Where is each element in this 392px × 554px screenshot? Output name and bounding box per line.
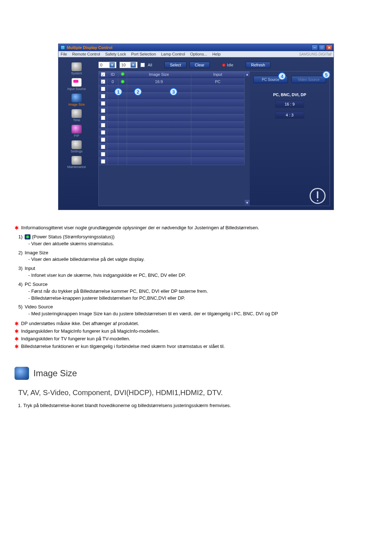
minimize-button[interactable]: ─ bbox=[311, 45, 318, 50]
row-checkbox[interactable] bbox=[101, 87, 105, 91]
section-step-1: Tryk på billedstørrelse-ikonet blandt ho… bbox=[23, 403, 377, 408]
maximize-button[interactable]: □ bbox=[319, 45, 325, 50]
range-to-value: 10 bbox=[121, 63, 126, 67]
list-number: 3) bbox=[15, 265, 23, 279]
sidebar-item-maintenance[interactable]: Maintenance bbox=[67, 165, 86, 169]
system-icon[interactable] bbox=[72, 62, 82, 71]
list-number: 5) bbox=[15, 304, 23, 317]
section-heading: Image Size bbox=[15, 367, 377, 380]
power-on-icon bbox=[121, 80, 124, 83]
range-to-select[interactable]: 10▼ bbox=[119, 62, 138, 68]
star-icon: ✱ bbox=[15, 328, 19, 335]
sidebar-item-system[interactable]: System bbox=[71, 71, 82, 75]
all-checkbox[interactable] bbox=[140, 63, 145, 67]
menu-lamp-control[interactable]: Lamp Control bbox=[161, 52, 185, 56]
section-ol: Tryk på billedstørrelse-ikonet blandt ho… bbox=[15, 403, 377, 408]
item5-sub: - Med justeringknappen Image Size kan du… bbox=[28, 311, 377, 317]
row-checkbox[interactable] bbox=[101, 94, 105, 98]
callout-3: 3 bbox=[170, 88, 177, 96]
row-checkbox[interactable] bbox=[101, 108, 105, 113]
row-checkbox[interactable] bbox=[101, 116, 105, 120]
row-checkbox[interactable] bbox=[101, 145, 105, 149]
sidebar-item-time[interactable]: Time bbox=[73, 118, 80, 122]
sidebar-item-input-source[interactable]: Input Source bbox=[67, 87, 86, 91]
power-status-icon bbox=[25, 234, 30, 239]
menu-help[interactable]: Help bbox=[212, 52, 221, 56]
table-row[interactable]: 0 16:9 PC bbox=[99, 78, 245, 85]
clear-button[interactable]: Clear bbox=[189, 62, 210, 68]
intro-line: IInformationsgitteret viser nogle grundl… bbox=[21, 225, 259, 231]
workarea: System Input Source Image Size Time PIP … bbox=[58, 57, 334, 210]
scrollbar[interactable]: ▲ ▼ bbox=[245, 71, 250, 206]
row-checkbox[interactable] bbox=[101, 123, 105, 127]
row-checkbox[interactable] bbox=[101, 79, 105, 84]
item1-sub: - Viser den aktuelle skærms strømstatus. bbox=[28, 241, 377, 247]
sidebar-item-image-size[interactable]: Image Size bbox=[68, 103, 85, 106]
ratio-16-9-button[interactable]: 16 : 9 bbox=[275, 100, 304, 108]
header-id: ID bbox=[107, 71, 118, 78]
range-from-select[interactable]: 0▼ bbox=[98, 62, 117, 68]
item2-sub: - Viser den aktuelle billedstørrelse på … bbox=[28, 256, 377, 263]
refresh-button[interactable]: Refresh bbox=[246, 62, 271, 68]
list-number: 1) bbox=[15, 234, 23, 247]
list-number: 2) bbox=[15, 250, 23, 263]
idle-light-icon bbox=[222, 63, 225, 67]
chevron-down-icon: ▼ bbox=[131, 62, 136, 67]
callout-2: 2 bbox=[134, 88, 142, 96]
item3-sub: - Infonet viser kun de skærme, hvis indg… bbox=[28, 272, 377, 279]
chevron-down-icon: ▼ bbox=[110, 62, 115, 67]
titlebar: Multiple Display Control ─ □ ✕ bbox=[58, 44, 334, 51]
item3-title: Input bbox=[25, 266, 35, 271]
section-subheading: TV, AV, S-Video, Component, DVI(HDCP), H… bbox=[18, 389, 377, 397]
scroll-down-icon[interactable]: ▼ bbox=[245, 200, 250, 206]
settings-icon[interactable] bbox=[72, 140, 82, 149]
menu-remote-control[interactable]: Remote Control bbox=[72, 52, 100, 56]
table-row bbox=[99, 100, 245, 107]
star-icon: ✱ bbox=[15, 336, 19, 342]
menu-safety-lock[interactable]: Safety Lock bbox=[105, 52, 126, 56]
table-row bbox=[99, 122, 245, 129]
star-icon: ✱ bbox=[15, 225, 19, 231]
item1-title: (Power Status (Strømforsyningsstatus)) bbox=[32, 234, 115, 239]
table-row bbox=[99, 151, 245, 158]
scroll-up-icon[interactable]: ▲ bbox=[245, 71, 250, 77]
maintenance-icon[interactable] bbox=[72, 156, 82, 165]
row-checkbox[interactable] bbox=[101, 101, 105, 106]
image-size-icon[interactable] bbox=[72, 94, 82, 102]
note-tv: Indgangskilden for TV fungerer kun på TV… bbox=[21, 336, 130, 342]
row-checkbox[interactable] bbox=[101, 152, 105, 156]
menu-port-selection[interactable]: Port Selection bbox=[131, 52, 156, 56]
app-icon bbox=[61, 45, 65, 50]
header-checkbox[interactable] bbox=[101, 72, 105, 77]
app-window: Multiple Display Control ─ □ ✕ File Remo… bbox=[58, 44, 334, 210]
menu-options[interactable]: Options... bbox=[190, 52, 207, 56]
ratio-4-3-button[interactable]: 4 : 3 bbox=[275, 111, 304, 119]
row-checkbox[interactable] bbox=[101, 138, 105, 142]
time-icon[interactable] bbox=[72, 109, 82, 118]
cell-id: 0 bbox=[107, 78, 118, 85]
table-row bbox=[99, 129, 245, 136]
row-checkbox[interactable] bbox=[101, 159, 105, 164]
toolbar: 0▼ 10▼ All Select Clear Idle Refresh bbox=[98, 62, 330, 68]
cell-input: PC bbox=[191, 78, 245, 85]
cell-image-size: 16:9 bbox=[127, 78, 191, 85]
select-button[interactable]: Select bbox=[164, 62, 187, 68]
table-row bbox=[99, 114, 245, 122]
item4-sub2: - Billedstørrelse-knappen justerer bille… bbox=[28, 295, 377, 302]
callout-1: 1 bbox=[114, 88, 122, 96]
row-checkbox[interactable] bbox=[101, 130, 105, 135]
note-magicinfo: Indgangskilden for MagicInfo fungerer ku… bbox=[21, 328, 160, 335]
video-source-button[interactable]: Video Source bbox=[291, 76, 326, 83]
menu-file[interactable]: File bbox=[61, 52, 67, 56]
sidebar-item-settings[interactable]: Settings bbox=[71, 149, 83, 153]
pip-icon[interactable] bbox=[72, 125, 82, 134]
list-number: 4) bbox=[15, 281, 23, 302]
all-label: All bbox=[148, 63, 152, 67]
close-button[interactable]: ✕ bbox=[326, 45, 332, 50]
item5-title: Video Source bbox=[25, 304, 53, 309]
callout-5: 5 bbox=[322, 71, 330, 79]
section-heading-text: Image Size bbox=[33, 368, 77, 378]
input-source-icon[interactable] bbox=[72, 78, 82, 87]
sidebar-item-pip[interactable]: PIP bbox=[74, 134, 79, 138]
source-panel: PC Source Video Source PC, BNC, DVI, DP … bbox=[250, 71, 330, 206]
